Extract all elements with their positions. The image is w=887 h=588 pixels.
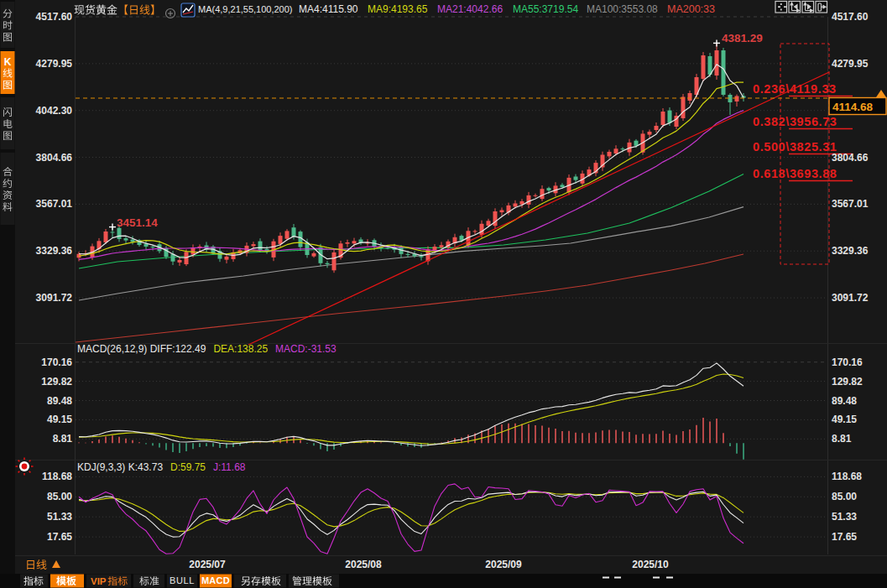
svg-text:170.16: 170.16 [41, 356, 72, 368]
svg-text:3329.36: 3329.36 [832, 245, 869, 257]
svg-text:2025/08: 2025/08 [345, 559, 382, 570]
svg-text:129.82: 129.82 [832, 376, 863, 388]
svg-text:49.15: 49.15 [47, 414, 72, 425]
svg-text:4279.95: 4279.95 [36, 58, 73, 70]
svg-text:KDJ(9,3,3) K:43.73: KDJ(9,3,3) K:43.73 [77, 461, 163, 473]
svg-text:0.500\3825.31: 0.500\3825.31 [753, 140, 837, 154]
svg-text:4517.60: 4517.60 [36, 11, 73, 23]
svg-text:89.48: 89.48 [47, 395, 72, 407]
svg-text:0.618\3693.88: 0.618\3693.88 [753, 167, 837, 180]
svg-text:3567.01: 3567.01 [832, 198, 869, 210]
svg-text:MA4:4115.90: MA4:4115.90 [299, 3, 358, 15]
svg-text:118.68: 118.68 [832, 471, 862, 482]
svg-text:4517.60: 4517.60 [832, 11, 869, 23]
svg-text:85.00: 85.00 [47, 491, 72, 502]
svg-text:MA100:3553.08: MA100:3553.08 [587, 3, 658, 15]
svg-text:4381.29: 4381.29 [722, 32, 763, 44]
svg-text:49.15: 49.15 [832, 414, 857, 425]
svg-text:4279.95: 4279.95 [832, 58, 869, 70]
svg-text:3567.01: 3567.01 [36, 198, 73, 210]
svg-text:MA200:33: MA200:33 [667, 3, 715, 15]
svg-text:MA21:4042.66: MA21:4042.66 [437, 3, 503, 15]
svg-text:170.16: 170.16 [832, 356, 863, 368]
svg-text:MACD: MACD [201, 575, 230, 585]
svg-text:17.65: 17.65 [832, 531, 857, 543]
svg-text:118.68: 118.68 [42, 471, 72, 482]
svg-text:2025/07: 2025/07 [189, 559, 226, 570]
svg-text:J:11.68: J:11.68 [213, 461, 246, 473]
svg-text:89.48: 89.48 [832, 395, 857, 407]
svg-text:8.81: 8.81 [53, 433, 73, 445]
svg-text:3329.36: 3329.36 [36, 245, 73, 257]
svg-text:MACD(26,12,9) DIFF:122.49: MACD(26,12,9) DIFF:122.49 [77, 343, 206, 355]
svg-text:3804.66: 3804.66 [36, 152, 73, 164]
svg-text:MA(4,9,21,55,100,200): MA(4,9,21,55,100,200) [198, 4, 293, 14]
svg-text:K: K [4, 56, 12, 68]
svg-text:4042.30: 4042.30 [36, 105, 73, 117]
svg-text:85.00: 85.00 [832, 491, 857, 502]
svg-text:DEA:138.25: DEA:138.25 [213, 343, 268, 355]
svg-text:3804.66: 3804.66 [832, 152, 869, 164]
svg-text:129.82: 129.82 [41, 376, 72, 388]
svg-text:D:59.75: D:59.75 [170, 461, 206, 473]
svg-text:4114.68: 4114.68 [832, 101, 874, 113]
svg-text:0.382\3956.73: 0.382\3956.73 [753, 115, 837, 128]
svg-text:MA9:4193.65: MA9:4193.65 [368, 3, 428, 15]
svg-text:51.33: 51.33 [47, 511, 72, 523]
svg-text:3451.14: 3451.14 [117, 216, 158, 229]
svg-text:51.33: 51.33 [832, 511, 857, 523]
svg-text:17.65: 17.65 [47, 531, 72, 543]
svg-text:2025/09: 2025/09 [485, 559, 522, 570]
svg-text:MA55:3719.54: MA55:3719.54 [513, 3, 578, 15]
svg-text:2025/10: 2025/10 [632, 559, 669, 570]
svg-text:3091.72: 3091.72 [832, 292, 869, 304]
svg-text:3091.72: 3091.72 [36, 292, 73, 304]
svg-text:0.236\4119.33: 0.236\4119.33 [753, 82, 837, 96]
svg-text:VIP: VIP [91, 576, 107, 586]
svg-text:MACD:-31.53: MACD:-31.53 [275, 343, 337, 355]
svg-text:8.81: 8.81 [832, 433, 852, 445]
svg-text:BULL: BULL [170, 575, 195, 585]
